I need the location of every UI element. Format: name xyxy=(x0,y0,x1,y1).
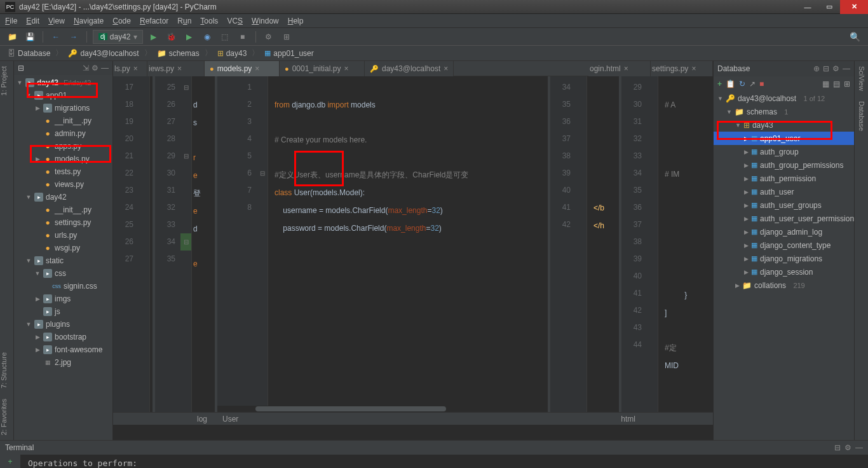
structure-icon[interactable]: ⊞ xyxy=(280,30,294,44)
db-table[interactable]: ▶▦django_admin_log xyxy=(714,225,854,238)
editor-split-3[interactable]: 12345678 ⊟ from django.db import models … xyxy=(217,76,548,425)
breadcrumb-schemas[interactable]: 📁schemas xyxy=(154,49,202,58)
menu-file[interactable]: File xyxy=(5,17,17,25)
editor-tab[interactable]: iews.py× xyxy=(147,61,205,76)
disconnect-icon[interactable]: ■ xyxy=(759,79,764,88)
editor-tab-models[interactable]: ●models.py× xyxy=(205,61,280,76)
hide-icon[interactable]: — xyxy=(101,64,109,72)
close-icon[interactable]: × xyxy=(691,64,696,73)
tree-migrations[interactable]: ▶▸migrations xyxy=(14,102,112,114)
minimize-button[interactable]: — xyxy=(797,0,818,14)
db-schema[interactable]: ▼⊞day43 xyxy=(714,118,854,132)
resize-icon[interactable]: ⊟ xyxy=(823,64,829,73)
tree-file[interactable]: ●wsgi.py xyxy=(14,242,112,254)
gear-icon[interactable]: ⚙ xyxy=(832,64,839,73)
menu-help[interactable]: Help xyxy=(288,17,304,25)
tree-file[interactable]: ●admin.py xyxy=(14,127,112,140)
menu-edit[interactable]: Edit xyxy=(26,17,39,25)
editor-tab[interactable]: ls.py× xyxy=(113,61,147,76)
gear-icon[interactable]: ⚙ xyxy=(844,443,851,452)
db-table[interactable]: ▶▦auth_user xyxy=(714,185,854,198)
tree-plugins[interactable]: ▼▸plugins xyxy=(14,318,112,331)
debug-icon[interactable]: 🐞 xyxy=(165,30,179,44)
db-table[interactable]: ▶▦django_migrations xyxy=(714,252,854,265)
collapse-icon[interactable]: ⊕ xyxy=(813,64,820,73)
tree-file[interactable]: csssignin.css xyxy=(14,280,112,292)
breadcrumb-connection[interactable]: 🔑day43@localhost xyxy=(65,49,141,58)
stop-icon[interactable]: ■ xyxy=(236,30,250,44)
view-mode-icon[interactable]: ▦ xyxy=(822,79,829,88)
more-icon[interactable]: ⊞ xyxy=(844,79,850,88)
search-icon[interactable]: 🔍 xyxy=(848,30,862,44)
db-table[interactable]: ▶▦auth_user_user_permissions xyxy=(714,212,854,225)
db-table[interactable]: ▶▦auth_user_groups xyxy=(714,198,854,212)
close-icon[interactable]: × xyxy=(177,64,182,73)
tab-database[interactable]: Database xyxy=(858,96,865,136)
editor-split-1[interactable]: 1718192021222324252627 xyxy=(113,76,153,425)
breadcrumb-schema[interactable]: ⊞day43 xyxy=(215,49,250,58)
close-icon[interactable]: × xyxy=(133,64,138,73)
editor-split-2[interactable]: 2526272829303132333435 ⊟⊟⊟ d s r e 登 e d… xyxy=(155,76,215,425)
project-tree[interactable]: ▼▸day42E:\day42 ▼▸app01 ▶▸migrations ●__… xyxy=(14,75,112,370)
editor-tab[interactable]: settings.py× xyxy=(651,61,713,76)
hscrollbar[interactable] xyxy=(217,406,548,412)
copy-icon[interactable]: 📋 xyxy=(726,79,735,88)
tree-file[interactable]: ●views.py xyxy=(14,178,112,191)
editor-code[interactable]: </b </h xyxy=(587,76,619,425)
db-schemas[interactable]: ▼📁schemas 1 xyxy=(714,105,854,118)
tree-day42-folder[interactable]: ▼▸day42 xyxy=(14,191,112,203)
editor-code[interactable]: from django.db import models # Create yo… xyxy=(268,76,548,425)
gear-icon[interactable]: ⚙ xyxy=(92,64,98,72)
db-collations[interactable]: ▶📁collations 219 xyxy=(714,279,854,292)
forward-icon[interactable]: → xyxy=(67,30,81,44)
db-connection[interactable]: ▼🔑day43@localhost 1 of 12 xyxy=(714,92,854,105)
editor-tab[interactable]: 🔑day43@localhost× xyxy=(365,61,454,76)
menu-refactor[interactable]: Refactor xyxy=(140,17,168,25)
close-icon[interactable]: × xyxy=(444,64,448,73)
db-table[interactable]: ▶▦app01_user xyxy=(714,132,854,145)
open-icon[interactable]: 📁 xyxy=(5,30,19,44)
breadcrumb-table[interactable]: ▦app01_user xyxy=(262,49,316,58)
run-config-dropdown[interactable]: dj day42 ▾ xyxy=(93,30,143,44)
new-session-icon[interactable]: + xyxy=(8,457,12,466)
tree-app01[interactable]: ▼▸app01 xyxy=(14,89,112,102)
tree-project-root[interactable]: ▼▸day42E:\day42 xyxy=(14,76,112,89)
close-button[interactable]: ✕ xyxy=(840,0,868,14)
crumb-4[interactable]: html xyxy=(613,415,643,423)
back-icon[interactable]: ← xyxy=(49,30,63,44)
database-tree[interactable]: ▼🔑day43@localhost 1 of 12 ▼📁schemas 1 ▼⊞… xyxy=(714,92,854,440)
tree-file[interactable]: ●tests.py xyxy=(14,165,112,178)
attach-icon[interactable]: ⬚ xyxy=(218,30,232,44)
db-table[interactable]: ▶▦django_content_type xyxy=(714,238,854,252)
tree-file[interactable]: ▦2.jpg xyxy=(14,356,112,369)
tree-fontawesome[interactable]: ▶▸font-awesome xyxy=(14,343,112,356)
save-icon[interactable]: 💾 xyxy=(23,30,37,44)
terminal-output[interactable]: Operations to perform: xyxy=(20,455,868,468)
menu-run[interactable]: Run xyxy=(177,17,191,25)
tree-models[interactable]: ▶●models.py xyxy=(14,153,112,165)
db-table[interactable]: ▶▦django_session xyxy=(714,265,854,279)
menu-window[interactable]: Window xyxy=(252,17,279,25)
tab-project[interactable]: 1: Project xyxy=(0,61,13,100)
maximize-button[interactable]: ▭ xyxy=(818,0,840,14)
tree-js[interactable]: ▸js xyxy=(14,305,112,318)
menu-view[interactable]: View xyxy=(48,17,65,25)
db-table[interactable]: ▶▦auth_permission xyxy=(714,172,854,185)
close-icon[interactable]: × xyxy=(255,64,259,73)
collapse-icon[interactable]: ⇲ xyxy=(83,64,89,72)
coverage-icon[interactable]: ▶ xyxy=(182,30,196,44)
vcs-icon[interactable]: ⚙ xyxy=(262,30,276,44)
db-table[interactable]: ▶▦auth_group xyxy=(714,145,854,158)
tree-file[interactable]: ●settings.py xyxy=(14,216,112,229)
close-icon[interactable]: × xyxy=(344,64,348,73)
tab-structure[interactable]: 7: Structure xyxy=(0,347,13,394)
menu-vcs[interactable]: VCS xyxy=(227,17,243,25)
tree-file[interactable]: ●__init__.py xyxy=(14,203,112,216)
transaction-icon[interactable]: ↗ xyxy=(749,79,756,88)
hide-icon[interactable]: — xyxy=(843,64,850,73)
tab-favorites[interactable]: 2: Favorites xyxy=(0,394,13,440)
editor-code[interactable]: d s r e 登 e d e xyxy=(192,76,215,425)
add-datasource-icon[interactable]: + xyxy=(717,79,722,88)
breadcrumb-database[interactable]: 🗄Database xyxy=(5,49,53,58)
editor-code[interactable]: # A # IM } ] #定 MID xyxy=(658,76,713,425)
